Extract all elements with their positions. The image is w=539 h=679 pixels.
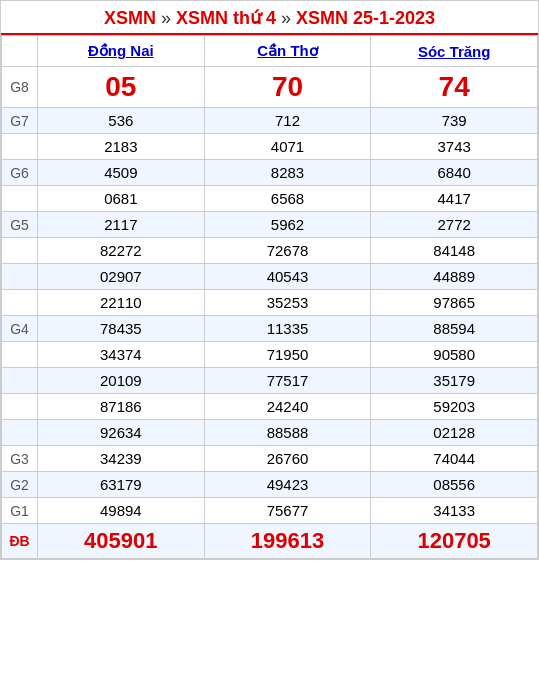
col3-cell: 02128 bbox=[371, 420, 538, 446]
header-title: XSMN » XSMN thứ 4 » XSMN 25-1-2023 bbox=[5, 7, 534, 29]
row-label bbox=[2, 290, 38, 316]
table-row: G7536712739 bbox=[2, 108, 538, 134]
col3-cell: 6840 bbox=[371, 160, 538, 186]
col3-cell: 74 bbox=[371, 67, 538, 108]
col1-header: Đồng Nai bbox=[38, 36, 205, 67]
col2-header: Cần Thơ bbox=[204, 36, 371, 67]
table-row: G8057074 bbox=[2, 67, 538, 108]
col3-cell: 35179 bbox=[371, 368, 538, 394]
col2-cell: 712 bbox=[204, 108, 371, 134]
label-col-header bbox=[2, 36, 38, 67]
col3-cell: 88594 bbox=[371, 316, 538, 342]
col2-cell: 88588 bbox=[204, 420, 371, 446]
table-row: G4784351133588594 bbox=[2, 316, 538, 342]
table-row: G3342392676074044 bbox=[2, 446, 538, 472]
col2-cell: 26760 bbox=[204, 446, 371, 472]
col3-cell: 120705 bbox=[371, 524, 538, 559]
table-row: G1498947567734133 bbox=[2, 498, 538, 524]
col2-cell: 75677 bbox=[204, 498, 371, 524]
col3-cell: 34133 bbox=[371, 498, 538, 524]
col1-cell: 405901 bbox=[38, 524, 205, 559]
header-sep1: » bbox=[156, 8, 176, 28]
col2-cell: 70 bbox=[204, 67, 371, 108]
row-label: G3 bbox=[2, 446, 38, 472]
col2-cell: 5962 bbox=[204, 212, 371, 238]
col3-cell: 44889 bbox=[371, 264, 538, 290]
col3-cell: 08556 bbox=[371, 472, 538, 498]
col1-cell: 0681 bbox=[38, 186, 205, 212]
col2-cell: 77517 bbox=[204, 368, 371, 394]
header-sep2: » bbox=[276, 8, 296, 28]
col1-cell: 78435 bbox=[38, 316, 205, 342]
row-label bbox=[2, 368, 38, 394]
row-label: G4 bbox=[2, 316, 38, 342]
col1-cell: 92634 bbox=[38, 420, 205, 446]
table-row: 218340713743 bbox=[2, 134, 538, 160]
row-label bbox=[2, 238, 38, 264]
col1-cell: 22110 bbox=[38, 290, 205, 316]
row-label: G1 bbox=[2, 498, 38, 524]
col2-cell: 35253 bbox=[204, 290, 371, 316]
col3-header: Sóc Trăng bbox=[371, 36, 538, 67]
row-label bbox=[2, 134, 38, 160]
table-row: 029074054344889 bbox=[2, 264, 538, 290]
col2-cell: 71950 bbox=[204, 342, 371, 368]
col3-cell: 59203 bbox=[371, 394, 538, 420]
col3-cell: 2772 bbox=[371, 212, 538, 238]
results-table: Đồng Nai Cần Thơ Sóc Trăng G8057074G7536… bbox=[1, 35, 538, 559]
row-label: G5 bbox=[2, 212, 38, 238]
col1-cell: 02907 bbox=[38, 264, 205, 290]
table-row: ĐB405901199613120705 bbox=[2, 524, 538, 559]
row-label: ĐB bbox=[2, 524, 38, 559]
table-row: G5211759622772 bbox=[2, 212, 538, 238]
col1-cell: 63179 bbox=[38, 472, 205, 498]
row-label: G8 bbox=[2, 67, 38, 108]
row-label bbox=[2, 342, 38, 368]
header-part1: XSMN bbox=[104, 8, 156, 28]
col1-cell: 20109 bbox=[38, 368, 205, 394]
table-row: 221103525397865 bbox=[2, 290, 538, 316]
row-label bbox=[2, 186, 38, 212]
col1-cell: 34239 bbox=[38, 446, 205, 472]
table-header-row: Đồng Nai Cần Thơ Sóc Trăng bbox=[2, 36, 538, 67]
col2-cell: 6568 bbox=[204, 186, 371, 212]
table-row: 068165684417 bbox=[2, 186, 538, 212]
col3-cell: 90580 bbox=[371, 342, 538, 368]
col2-cell: 49423 bbox=[204, 472, 371, 498]
col3-cell: 4417 bbox=[371, 186, 538, 212]
row-label bbox=[2, 420, 38, 446]
col1-cell: 536 bbox=[38, 108, 205, 134]
main-container: XSMN » XSMN thứ 4 » XSMN 25-1-2023 Đồng … bbox=[0, 0, 539, 560]
table-row: 926348858802128 bbox=[2, 420, 538, 446]
col2-cell: 72678 bbox=[204, 238, 371, 264]
col1-cell: 2117 bbox=[38, 212, 205, 238]
col2-cell: 4071 bbox=[204, 134, 371, 160]
col1-cell: 05 bbox=[38, 67, 205, 108]
col2-cell: 24240 bbox=[204, 394, 371, 420]
col2-cell: 8283 bbox=[204, 160, 371, 186]
col3-cell: 74044 bbox=[371, 446, 538, 472]
table-row: G6450982836840 bbox=[2, 160, 538, 186]
row-label: G7 bbox=[2, 108, 38, 134]
col3-cell: 97865 bbox=[371, 290, 538, 316]
row-label bbox=[2, 394, 38, 420]
col3-cell: 3743 bbox=[371, 134, 538, 160]
col1-cell: 34374 bbox=[38, 342, 205, 368]
table-row: 343747195090580 bbox=[2, 342, 538, 368]
col1-cell: 82272 bbox=[38, 238, 205, 264]
table-row: G2631794942308556 bbox=[2, 472, 538, 498]
row-label: G6 bbox=[2, 160, 38, 186]
col2-cell: 40543 bbox=[204, 264, 371, 290]
col1-cell: 4509 bbox=[38, 160, 205, 186]
col3-cell: 739 bbox=[371, 108, 538, 134]
col2-cell: 199613 bbox=[204, 524, 371, 559]
table-row: 822727267884148 bbox=[2, 238, 538, 264]
table-row: 871862424059203 bbox=[2, 394, 538, 420]
col1-cell: 87186 bbox=[38, 394, 205, 420]
page-header: XSMN » XSMN thứ 4 » XSMN 25-1-2023 bbox=[1, 1, 538, 35]
row-label: G2 bbox=[2, 472, 38, 498]
col2-cell: 11335 bbox=[204, 316, 371, 342]
col3-cell: 84148 bbox=[371, 238, 538, 264]
row-label bbox=[2, 264, 38, 290]
col1-cell: 49894 bbox=[38, 498, 205, 524]
